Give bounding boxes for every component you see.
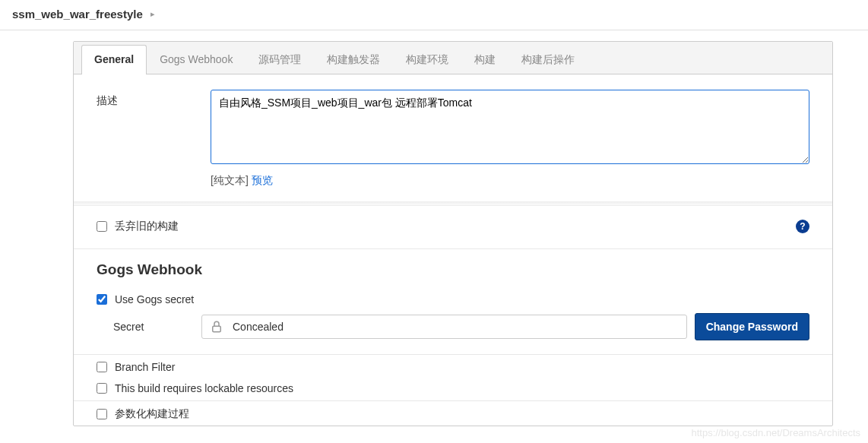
use-gogs-secret-row: Use Gogs secret xyxy=(97,289,809,310)
tab-post-build[interactable]: 构建后操作 xyxy=(508,45,588,74)
help-icon[interactable]: ? xyxy=(796,220,809,233)
use-gogs-secret-label[interactable]: Use Gogs secret xyxy=(115,293,194,305)
lockable-row: This build requires lockable resources xyxy=(97,378,809,399)
lockable-checkbox[interactable] xyxy=(97,383,107,394)
tab-triggers[interactable]: 构建触发器 xyxy=(314,45,393,74)
description-label: 描述 xyxy=(97,90,211,108)
branch-filter-label[interactable]: Branch Filter xyxy=(115,361,175,373)
branch-filter-row: Branch Filter xyxy=(97,356,809,378)
text-mode-row: [纯文本] 预览 xyxy=(211,174,809,188)
separator xyxy=(74,248,832,249)
branch-filter-checkbox[interactable] xyxy=(97,362,107,372)
lock-icon xyxy=(210,320,223,334)
config-panel: General Gogs Webhook 源码管理 构建触发器 构建环境 构建 … xyxy=(73,41,833,426)
preview-link[interactable]: 预览 xyxy=(252,174,273,186)
separator xyxy=(74,400,832,401)
plain-text-label: [纯文本] xyxy=(211,174,249,186)
tab-environment[interactable]: 构建环境 xyxy=(393,45,461,74)
secret-label: Secret xyxy=(97,321,194,333)
discard-old-row: 丢弃旧的构建 ? xyxy=(97,215,809,238)
breadcrumb-title[interactable]: ssm_web_war_freestyle xyxy=(12,8,143,21)
description-row: 描述 [纯文本] 预览 xyxy=(97,90,809,188)
use-gogs-secret-checkbox[interactable] xyxy=(97,294,107,305)
gogs-section-title: Gogs Webhook xyxy=(97,261,809,278)
discard-old-label[interactable]: 丢弃旧的构建 xyxy=(115,220,179,233)
tab-scm[interactable]: 源码管理 xyxy=(246,45,314,74)
chevron-right-icon: ▸ xyxy=(150,9,155,19)
secret-row: Secret Concealed Change Password xyxy=(97,313,809,340)
parameterized-row: 参数化构建过程 xyxy=(97,403,809,426)
breadcrumb: ssm_web_war_freestyle ▸ xyxy=(0,0,868,30)
tab-gogs-webhook[interactable]: Gogs Webhook xyxy=(147,45,246,74)
discard-old-checkbox[interactable] xyxy=(97,221,107,232)
separator xyxy=(74,354,832,355)
parameterized-label[interactable]: 参数化构建过程 xyxy=(115,407,189,421)
change-password-button[interactable]: Change Password xyxy=(695,313,809,340)
concealed-field: Concealed xyxy=(201,315,687,339)
tab-build[interactable]: 构建 xyxy=(461,45,508,74)
concealed-text: Concealed xyxy=(233,321,284,333)
svg-rect-0 xyxy=(213,326,221,332)
description-textarea[interactable] xyxy=(211,90,809,164)
tab-general[interactable]: General xyxy=(81,45,147,74)
parameterized-checkbox[interactable] xyxy=(97,409,107,419)
lockable-label[interactable]: This build requires lockable resources xyxy=(115,382,293,394)
tabs-bar: General Gogs Webhook 源码管理 构建触发器 构建环境 构建 … xyxy=(74,42,832,74)
